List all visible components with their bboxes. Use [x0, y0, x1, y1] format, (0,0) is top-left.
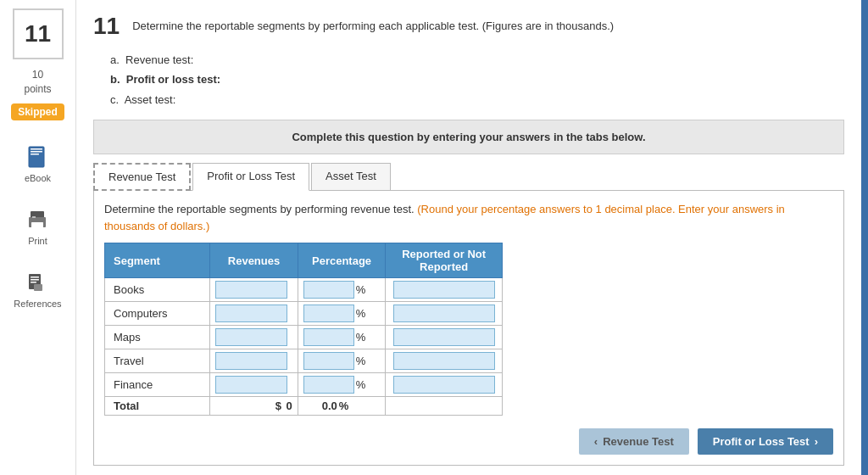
revenues-travel-input[interactable] [215, 352, 287, 370]
svg-rect-10 [31, 279, 39, 281]
complete-box: Complete this question by entering your … [93, 120, 844, 154]
col-header-revenues: Revenues [210, 243, 298, 278]
tabs-container: Revenue Test Profit or Loss Test Asset T… [93, 163, 844, 191]
reported-computers-input[interactable] [393, 305, 495, 322]
reported-books [386, 278, 503, 302]
revenues-books-input[interactable] [215, 281, 287, 299]
print-button[interactable]: Print [25, 209, 49, 246]
question-number: 11 [13, 8, 64, 59]
svg-rect-7 [32, 216, 36, 218]
segment-computers: Computers [105, 302, 210, 326]
reported-maps-input[interactable] [393, 328, 495, 346]
pct-books-input[interactable] [303, 281, 354, 299]
points-label: 10 points [24, 68, 51, 97]
svg-rect-2 [31, 151, 42, 153]
sidebar: 11 10 points Skipped eBook [0, 0, 76, 475]
reported-travel-input[interactable] [393, 352, 495, 370]
col-header-reported: Reported or Not Reported [386, 243, 503, 278]
main-content: 11 Determine the reportable segments by … [76, 0, 861, 475]
revenues-total: $ 0 [210, 397, 298, 416]
question-text: Determine the reportable segments by per… [132, 13, 614, 32]
pct-finance-input[interactable] [303, 376, 354, 394]
pct-travel-input[interactable] [303, 352, 354, 370]
col-header-percentage: Percentage [298, 243, 386, 278]
question-number-large: 11 [93, 13, 120, 40]
sub-item-c: c. Asset test: [110, 90, 844, 109]
pct-total-symbol: % [339, 400, 349, 412]
svg-rect-3 [31, 154, 39, 155]
segment-books: Books [105, 278, 210, 302]
svg-rect-6 [31, 222, 43, 229]
segment-finance: Finance [105, 373, 210, 397]
status-badge: Skipped [11, 103, 64, 120]
reported-books-input[interactable] [393, 281, 495, 299]
pct-travel-symbol: % [356, 355, 366, 367]
svg-rect-0 [29, 147, 44, 167]
svg-rect-1 [31, 148, 42, 150]
prev-button[interactable]: ‹ Revenue Test [579, 428, 689, 455]
sub-item-b: b. Profit or loss test: [110, 70, 844, 89]
tab-profit[interactable]: Profit or Loss Test [192, 163, 309, 191]
revenues-travel [210, 349, 298, 373]
pct-maps-symbol: % [356, 331, 366, 344]
reported-travel [386, 349, 503, 373]
table-row: Finance % [105, 373, 503, 397]
pct-books: % [298, 278, 386, 302]
ebook-icon [25, 146, 49, 170]
table-row: Travel % [105, 349, 503, 373]
reported-maps [386, 326, 503, 349]
col-header-segment: Segment [105, 243, 210, 278]
pct-finance: % [298, 373, 386, 397]
references-icon [25, 271, 49, 295]
content-area: Determine the reportable segments by per… [93, 190, 844, 466]
reported-finance [386, 373, 503, 397]
table-row: Books % [105, 278, 503, 302]
table-row: Computers % [105, 302, 503, 326]
revenues-maps-input[interactable] [215, 328, 287, 346]
instruction-text: Determine the reportable segments by per… [104, 201, 833, 234]
ebook-label: eBook [25, 173, 51, 183]
revenues-maps [210, 326, 298, 349]
sidebar-icons: eBook Print [14, 146, 61, 309]
revenues-finance [210, 373, 298, 397]
nav-buttons: ‹ Revenue Test Profit or Loss Test › [104, 428, 833, 455]
total-revenues-value: 0 [287, 400, 292, 412]
pct-computers-input[interactable] [303, 305, 354, 322]
revenues-finance-input[interactable] [215, 376, 287, 394]
revenues-books [210, 278, 298, 302]
sub-item-a: a. Revenue test: [110, 50, 844, 70]
pct-travel: % [298, 349, 386, 373]
references-label: References [14, 299, 61, 309]
table-row-total: Total $ 0 0.0 % [105, 397, 503, 416]
segment-total: Total [105, 397, 210, 416]
reported-computers [386, 302, 503, 326]
table-row: Maps % [105, 326, 503, 349]
svg-rect-9 [31, 277, 39, 278]
pct-computers: % [298, 302, 386, 326]
pct-maps-input[interactable] [303, 328, 354, 346]
ebook-button[interactable]: eBook [25, 146, 51, 183]
next-icon: › [815, 435, 818, 448]
revenues-computers-input[interactable] [215, 305, 287, 322]
prev-icon: ‹ [594, 435, 598, 448]
reported-total [386, 397, 503, 416]
print-label: Print [28, 236, 47, 246]
dollar-sign: $ [275, 400, 283, 412]
next-button[interactable]: Profit or Loss Test › [698, 428, 833, 455]
pct-books-symbol: % [356, 283, 366, 296]
right-stripe [861, 0, 868, 475]
svg-rect-12 [34, 284, 42, 291]
tab-asset[interactable]: Asset Test [311, 163, 391, 191]
segment-travel: Travel [105, 349, 210, 373]
pct-total: 0.0 % [298, 397, 386, 416]
question-header: 11 Determine the reportable segments by … [93, 13, 844, 40]
tab-revenue[interactable]: Revenue Test [93, 163, 191, 191]
pct-finance-symbol: % [356, 378, 366, 391]
segment-maps: Maps [105, 326, 210, 349]
pct-maps: % [298, 326, 386, 349]
prev-label: Revenue Test [603, 435, 674, 448]
references-button[interactable]: References [14, 271, 61, 309]
pct-computers-symbol: % [356, 307, 366, 320]
next-label: Profit or Loss Test [713, 435, 810, 448]
reported-finance-input[interactable] [393, 376, 495, 394]
